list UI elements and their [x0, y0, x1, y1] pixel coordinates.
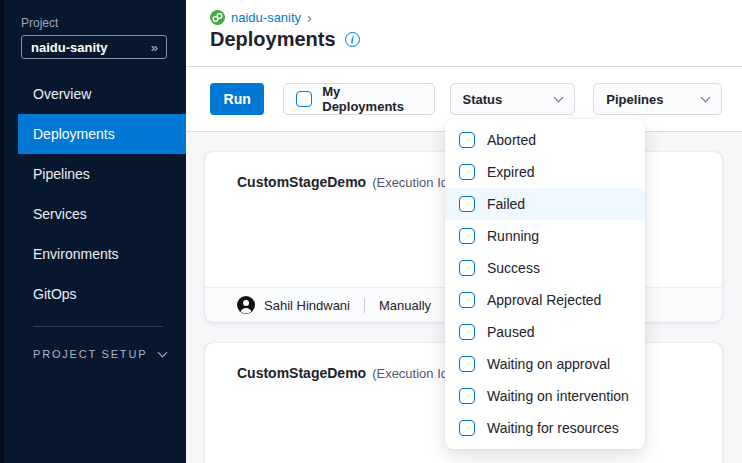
- status-option-success[interactable]: Success: [445, 252, 645, 284]
- checkbox-icon[interactable]: [459, 388, 475, 404]
- page-header: naidu-sanity › Deployments i: [186, 0, 742, 67]
- breadcrumb-project-link[interactable]: naidu-sanity: [231, 10, 301, 25]
- triggered-by-user: Sahil Hindwani: [264, 298, 350, 313]
- status-option-label: Waiting on approval: [487, 356, 610, 372]
- my-deployments-toggle[interactable]: My Deployments: [283, 83, 434, 115]
- checkbox-icon[interactable]: [459, 164, 475, 180]
- status-option-waiting-on-approval[interactable]: Waiting on approval: [445, 348, 645, 380]
- status-option-expired[interactable]: Expired: [445, 156, 645, 188]
- status-filter-select[interactable]: Status: [450, 83, 576, 115]
- info-icon[interactable]: i: [345, 32, 360, 47]
- pipeline-name[interactable]: CustomStageDemo: [237, 365, 366, 381]
- checkbox-icon[interactable]: [459, 420, 475, 436]
- app-root: Project naidu-sanity » Overview Deployme…: [0, 0, 742, 463]
- project-selector[interactable]: naidu-sanity »: [21, 35, 167, 59]
- chevron-down-icon: [701, 92, 711, 102]
- sidebar-item-services[interactable]: Services: [18, 194, 186, 234]
- breadcrumb: naidu-sanity ›: [210, 10, 742, 25]
- footer-divider: [364, 298, 365, 313]
- checkbox-icon[interactable]: [459, 196, 475, 212]
- status-option-label: Expired: [487, 164, 534, 180]
- sidebar-nav: Overview Deployments Pipelines Services …: [4, 74, 186, 314]
- project-sidebar: Project naidu-sanity » Overview Deployme…: [4, 0, 186, 463]
- status-filter-dropdown: Aborted Expired Failed Running Success A…: [445, 119, 645, 449]
- chevron-right-icon: ›: [307, 11, 312, 25]
- status-option-label: Failed: [487, 196, 525, 212]
- sidebar-item-environments[interactable]: Environments: [18, 234, 186, 274]
- status-option-label: Paused: [487, 324, 534, 340]
- project-label: Project: [21, 16, 186, 30]
- checkbox-icon[interactable]: [459, 228, 475, 244]
- checkbox-icon[interactable]: [296, 91, 312, 107]
- title-row: Deployments i: [210, 28, 742, 51]
- execution-id-text: (Execution Id: [372, 175, 448, 190]
- checkbox-icon[interactable]: [459, 292, 475, 308]
- status-option-label: Success: [487, 260, 540, 276]
- pipelines-filter-select[interactable]: Pipelines: [593, 83, 722, 115]
- run-button[interactable]: Run: [210, 83, 264, 115]
- checkbox-icon[interactable]: [459, 324, 475, 340]
- project-name: naidu-sanity: [31, 40, 108, 55]
- sidebar-item-deployments[interactable]: Deployments: [18, 114, 186, 154]
- status-option-waiting-for-resources[interactable]: Waiting for resources: [445, 412, 645, 444]
- chevron-down-icon: [554, 92, 564, 102]
- pipelines-filter-label: Pipelines: [606, 92, 663, 107]
- chevron-down-icon: [158, 347, 168, 357]
- status-filter-label: Status: [463, 92, 503, 107]
- sidebar-item-pipelines[interactable]: Pipelines: [18, 154, 186, 194]
- pipeline-name[interactable]: CustomStageDemo: [237, 174, 366, 190]
- status-option-label: Aborted: [487, 132, 536, 148]
- status-option-approval-rejected[interactable]: Approval Rejected: [445, 284, 645, 316]
- sidebar-section-project-setup[interactable]: PROJECT SETUP: [33, 348, 186, 360]
- status-option-aborted[interactable]: Aborted: [445, 124, 645, 156]
- page-title: Deployments: [210, 28, 336, 51]
- user-avatar-icon: [237, 296, 255, 314]
- sidebar-divider: [33, 326, 163, 327]
- cd-module-icon: [210, 10, 225, 25]
- checkbox-icon[interactable]: [459, 132, 475, 148]
- status-option-running[interactable]: Running: [445, 220, 645, 252]
- sidebar-item-gitops[interactable]: GitOps: [18, 274, 186, 314]
- status-option-label: Approval Rejected: [487, 292, 601, 308]
- execution-id-text: (Execution Id: [372, 366, 448, 381]
- status-option-label: Waiting for resources: [487, 420, 619, 436]
- double-chevron-right-icon[interactable]: »: [151, 40, 157, 55]
- status-option-waiting-on-intervention[interactable]: Waiting on intervention: [445, 380, 645, 412]
- my-deployments-label: My Deployments: [322, 84, 421, 114]
- status-option-paused[interactable]: Paused: [445, 316, 645, 348]
- status-option-label: Waiting on intervention: [487, 388, 629, 404]
- trigger-type: Manually: [379, 298, 431, 313]
- status-option-failed[interactable]: Failed: [445, 188, 645, 220]
- checkbox-icon[interactable]: [459, 356, 475, 372]
- status-option-label: Running: [487, 228, 539, 244]
- sidebar-item-overview[interactable]: Overview: [18, 74, 186, 114]
- checkbox-icon[interactable]: [459, 260, 475, 276]
- project-setup-label: PROJECT SETUP: [33, 348, 147, 360]
